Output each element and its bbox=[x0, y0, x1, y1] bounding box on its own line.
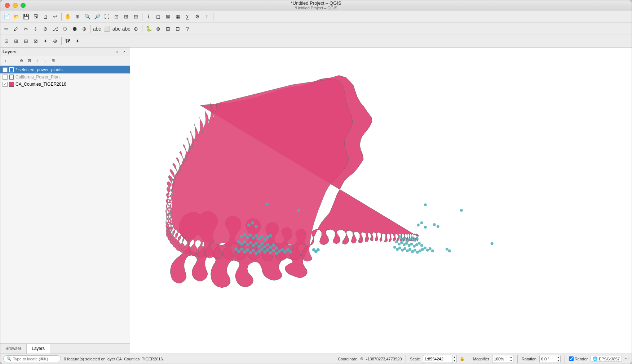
map2-btn[interactable]: ✦ bbox=[73, 36, 82, 46]
digitize5-btn[interactable]: ⊘ bbox=[41, 24, 50, 33]
minimize-button[interactable] bbox=[13, 3, 18, 8]
magnifier-up-arrow[interactable]: ▲ bbox=[509, 355, 513, 359]
save-btn[interactable]: 💾 bbox=[21, 12, 31, 21]
rotation-up-arrow[interactable]: ▲ bbox=[556, 355, 560, 359]
epsg-badge[interactable]: 🌐 EPSG:3857 bbox=[591, 356, 622, 362]
filter-btn[interactable]: ⊘ bbox=[18, 57, 25, 64]
rotation-arrows[interactable]: ▲ ▼ bbox=[556, 355, 560, 363]
select-btn[interactable]: ◻ bbox=[154, 12, 163, 21]
svg-point-11 bbox=[398, 243, 401, 246]
rotation-down-arrow[interactable]: ▼ bbox=[556, 359, 560, 363]
label2-btn[interactable]: ⬜ bbox=[102, 24, 111, 33]
label4-btn[interactable]: abc bbox=[121, 24, 131, 33]
layers-settings-btn[interactable]: ○ bbox=[114, 49, 120, 55]
snap1-btn[interactable]: ⊡ bbox=[2, 36, 11, 46]
digitize9-btn[interactable]: ⊕ bbox=[80, 24, 89, 33]
save-as-btn[interactable]: 🖫 bbox=[31, 12, 40, 21]
deselect-btn[interactable]: ⊠ bbox=[163, 12, 173, 21]
layers-close-btn[interactable]: × bbox=[121, 49, 128, 55]
statusbar: 🔍 0 feature(s) selected on layer CA_Coun… bbox=[0, 354, 632, 364]
layer-up-btn[interactable]: ↑ bbox=[34, 57, 41, 64]
zoom-layer-btn[interactable]: ⊡ bbox=[112, 12, 121, 21]
label3-btn[interactable]: abc bbox=[112, 24, 121, 33]
magnifier-spinbox[interactable]: ▲ ▼ bbox=[492, 355, 513, 363]
digitize2-btn[interactable]: 🖊 bbox=[12, 24, 21, 33]
snap2-btn[interactable]: ⊞ bbox=[12, 36, 21, 46]
undo-btn[interactable]: ↩ bbox=[50, 12, 60, 21]
svg-point-46 bbox=[448, 250, 451, 252]
layer-item-ca-counties[interactable]: CA_Counties_TIGER2016 bbox=[0, 81, 130, 88]
zoom-in-btn[interactable]: 🔍 bbox=[83, 12, 92, 21]
snap4-btn[interactable]: ⊠ bbox=[31, 36, 40, 46]
scale-up-arrow[interactable]: ▲ bbox=[452, 355, 456, 359]
snap6-btn[interactable]: ⊕ bbox=[50, 36, 60, 46]
add-layer-btn[interactable]: + bbox=[2, 57, 9, 64]
plugin3-btn[interactable]: ⊞ bbox=[163, 24, 173, 33]
scale-spinbox[interactable]: ▲ ▼ bbox=[423, 355, 457, 363]
digitize3-btn[interactable]: ✂ bbox=[21, 24, 31, 33]
identify-btn[interactable]: ℹ bbox=[144, 12, 153, 21]
layer-down-btn[interactable]: ↓ bbox=[41, 57, 49, 64]
layer-group-btn[interactable]: ⊡ bbox=[26, 57, 33, 64]
zoom-select-btn[interactable]: ⊞ bbox=[121, 12, 131, 21]
scale-down-arrow[interactable]: ▼ bbox=[452, 359, 456, 363]
magnifier-input[interactable] bbox=[492, 356, 509, 362]
help-btn[interactable]: ? bbox=[183, 24, 192, 33]
magnifier-arrows[interactable]: ▲ ▼ bbox=[509, 355, 513, 363]
plugin4-btn[interactable]: ⊟ bbox=[173, 24, 182, 33]
remove-layer-btn[interactable]: − bbox=[10, 57, 17, 64]
layer-item-california-power-plant[interactable]: California_Power_Plant bbox=[0, 73, 130, 81]
close-button[interactable] bbox=[5, 3, 10, 8]
more-options-icon[interactable]: ⋯ bbox=[625, 356, 629, 361]
locate-search[interactable]: 🔍 bbox=[3, 355, 61, 362]
layer-checkbox-california-power-plant[interactable] bbox=[3, 75, 8, 80]
pan-select-btn[interactable]: ⊟ bbox=[131, 12, 141, 21]
pan-btn[interactable]: ✋ bbox=[63, 12, 72, 21]
layers-header: Layers ○ × bbox=[0, 48, 130, 56]
rotation-input[interactable] bbox=[540, 356, 556, 362]
layer-item-selected-power-plants[interactable]: selected_power_plants bbox=[0, 66, 130, 73]
open-btn[interactable]: 📂 bbox=[12, 12, 21, 21]
locate-input[interactable] bbox=[13, 357, 58, 361]
map-area[interactable] bbox=[130, 48, 632, 354]
plugin2-btn[interactable]: ⊛ bbox=[154, 24, 163, 33]
digitize6-btn[interactable]: ⎇ bbox=[50, 24, 60, 33]
label5-btn[interactable]: ⊕ bbox=[131, 24, 141, 33]
render-checkbox[interactable] bbox=[569, 356, 574, 361]
maximize-button[interactable] bbox=[21, 3, 26, 8]
digitize8-btn[interactable]: ⬢ bbox=[70, 24, 79, 33]
svg-point-31 bbox=[419, 250, 421, 252]
snap3-btn[interactable]: ⊟ bbox=[21, 36, 31, 46]
stat-btn[interactable]: ∑ bbox=[183, 12, 192, 21]
svg-point-3 bbox=[401, 238, 403, 241]
print-btn[interactable]: 🖨 bbox=[41, 12, 50, 21]
traffic-lights bbox=[5, 3, 26, 8]
scale-arrows[interactable]: ▲ ▼ bbox=[452, 355, 456, 363]
python-btn[interactable]: 🐍 bbox=[144, 24, 153, 33]
tab-browser[interactable]: Browser bbox=[0, 344, 27, 354]
snap5-btn[interactable]: ✦ bbox=[41, 36, 50, 46]
plugins-btn[interactable]: ⚙ bbox=[193, 12, 202, 21]
svg-point-22 bbox=[396, 248, 399, 251]
pan2-btn[interactable]: ⊕ bbox=[73, 12, 82, 21]
digitize4-btn[interactable]: ⊹ bbox=[31, 24, 40, 33]
new-project-btn[interactable]: 📄 bbox=[2, 12, 11, 21]
zoom-out-btn[interactable]: 🔎 bbox=[92, 12, 102, 21]
text-btn[interactable]: T bbox=[202, 12, 212, 21]
digitize7-btn[interactable]: ⬡ bbox=[60, 24, 70, 33]
zoom-native-btn[interactable]: ⛶ bbox=[102, 12, 111, 21]
svg-point-15 bbox=[408, 244, 411, 247]
label1-btn[interactable]: abc bbox=[92, 24, 102, 33]
map1-btn[interactable]: 🗺 bbox=[63, 36, 72, 46]
digitize1-btn[interactable]: ✏ bbox=[2, 24, 11, 33]
tab-layers[interactable]: Layers bbox=[27, 344, 50, 354]
render-checkbox-area[interactable]: Render bbox=[569, 356, 588, 361]
attr-table-btn[interactable]: ▦ bbox=[173, 12, 182, 21]
scale-input[interactable] bbox=[423, 356, 452, 362]
layer-checkbox-ca-counties[interactable] bbox=[3, 82, 8, 87]
layer-expand-btn[interactable]: ⊞ bbox=[49, 57, 57, 64]
magnifier-down-arrow[interactable]: ▼ bbox=[509, 359, 513, 363]
svg-point-7 bbox=[411, 237, 414, 239]
rotation-spinbox[interactable]: ▲ ▼ bbox=[539, 355, 561, 363]
layer-checkbox-selected-power-plants[interactable] bbox=[3, 67, 8, 72]
